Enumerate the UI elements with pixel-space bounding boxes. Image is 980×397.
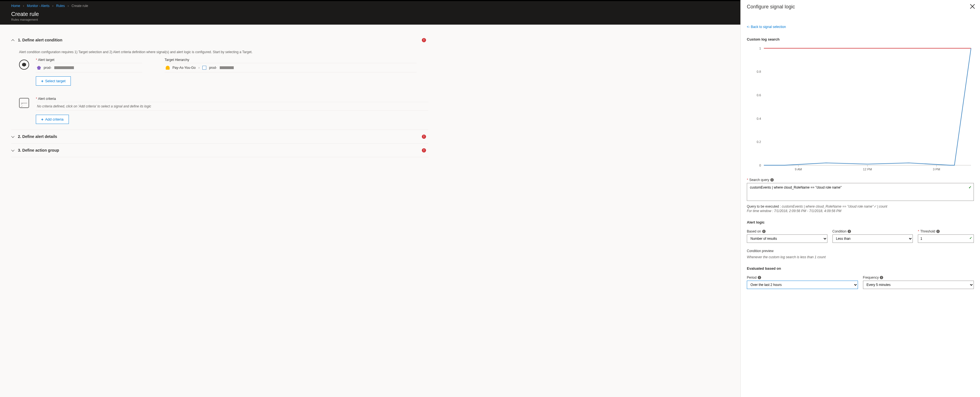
svg-text:1: 1 (759, 46, 761, 50)
breadcrumb: Home › Monitor - Alerts › Rules › Create… (0, 3, 740, 11)
frequency-select[interactable]: Every 5 minutes (863, 281, 974, 289)
condition-label: Condition i (832, 229, 913, 233)
svg-text:0.6: 0.6 (757, 94, 761, 97)
resource-icon (37, 66, 41, 70)
check-icon: ✓ (969, 185, 972, 189)
period-select[interactable]: Over the last 2 hours (747, 281, 858, 289)
alert-logic-heading: Alert logic (747, 220, 974, 224)
section-header-action-group[interactable]: 3. Define action group ! (11, 146, 428, 154)
threshold-label: *Threshold i (918, 229, 974, 233)
breadcrumb-monitor-alerts[interactable]: Monitor - Alerts (27, 4, 49, 8)
svg-text:0.4: 0.4 (757, 117, 761, 120)
svg-text:0.8: 0.8 (757, 70, 761, 73)
chevron-down-icon (11, 135, 14, 138)
configure-signal-panel: Configure signal logic <- Back to signal… (740, 0, 980, 397)
condition-preview: Condition preview Whenever the custom lo… (747, 249, 974, 259)
svg-text:12 PM: 12 PM (863, 168, 872, 171)
section-alert-details: 2. Define alert details ! (11, 130, 428, 143)
info-icon[interactable]: i (770, 178, 774, 181)
svg-text:9 AM: 9 AM (795, 168, 802, 171)
info-icon[interactable]: i (762, 230, 765, 233)
alert-target-value: prod- (36, 63, 142, 73)
alert-target-label: *Alert target (36, 58, 142, 62)
breadcrumb-current: Create rule (72, 4, 88, 8)
page-subtitle: Rules management (11, 18, 729, 21)
section-intro: Alert condition configuration requires 1… (19, 50, 428, 54)
add-criteria-button[interactable]: + Add criteria (36, 115, 69, 124)
target-hierarchy-label: Target Hierarchy (165, 58, 417, 62)
period-label: Period i (747, 276, 858, 279)
chevron-right-icon: › (23, 4, 24, 8)
hierarchy-leaf: prod- (209, 66, 217, 70)
error-badge-icon: ! (422, 38, 426, 42)
chevron-down-icon (11, 149, 14, 152)
condition-preview-heading: Condition preview (747, 249, 974, 253)
based-on-select[interactable]: Number of results (747, 235, 827, 243)
evaluated-heading: Evaluated based on (747, 266, 974, 270)
chevron-up-icon (11, 38, 14, 42)
section-title: 2. Define alert details (18, 134, 57, 139)
select-target-button[interactable]: + Select target (36, 76, 71, 86)
threshold-input[interactable] (918, 235, 974, 243)
criteria-icon (19, 98, 29, 108)
svg-text:3 PM: 3 PM (933, 168, 940, 171)
query-executed-note: Query to be executed : customEvents | wh… (747, 205, 974, 208)
content: 1. Define alert condition ! Alert condit… (0, 25, 740, 166)
info-icon[interactable]: i (758, 276, 761, 279)
info-icon[interactable]: i (848, 230, 851, 233)
hierarchy-subscription: Pay-As-You-Go (172, 66, 196, 70)
search-query-label: *Search query i (747, 178, 974, 182)
chevron-right-icon: › (67, 4, 68, 8)
back-to-signal-selection-link[interactable]: <- Back to signal selection (747, 25, 974, 29)
based-on-label: Based on i (747, 229, 827, 233)
chevron-right-icon: › (199, 66, 200, 70)
resource-group-icon (202, 66, 206, 70)
breadcrumb-home[interactable]: Home (11, 4, 20, 8)
target-hierarchy-value: Pay-As-You-Go › prod- (165, 63, 417, 73)
section-header-alert-details[interactable]: 2. Define alert details ! (11, 133, 428, 140)
error-badge-icon: ! (422, 135, 426, 139)
condition-select[interactable]: Less than (832, 235, 913, 243)
check-icon: ✓ (969, 236, 972, 240)
chevron-right-icon: › (52, 4, 54, 8)
signal-name: Custom log search (747, 37, 974, 41)
breadcrumb-rules[interactable]: Rules (56, 4, 65, 8)
time-window-note: For time window : 7/1/2018, 2:09:56 PM -… (747, 209, 974, 213)
criteria-empty-message: No criteria defined, click on 'Add crite… (36, 102, 428, 111)
plus-icon: + (41, 118, 43, 121)
alert-criteria-label: *Alert criteria (36, 97, 428, 101)
section-title: 3. Define action group (18, 148, 59, 152)
section-header-alert-condition[interactable]: 1. Define alert condition ! (11, 36, 428, 44)
top-bar: Home › Monitor - Alerts › Rules › Create… (0, 0, 740, 25)
main-pane: Home › Monitor - Alerts › Rules › Create… (0, 0, 740, 397)
info-icon[interactable]: i (936, 230, 940, 233)
svg-text:0.2: 0.2 (757, 140, 761, 143)
alert-target-text: prod- (44, 66, 51, 70)
svg-text:0: 0 (759, 164, 761, 167)
redacted-text (54, 66, 74, 69)
error-badge-icon: ! (422, 148, 426, 152)
close-icon[interactable] (969, 3, 975, 10)
plus-icon: + (41, 79, 43, 83)
target-icon (19, 60, 29, 70)
condition-preview-text: Whenever the custom log search is less t… (747, 255, 974, 259)
section-alert-condition: 1. Define alert condition ! Alert condit… (11, 33, 428, 130)
frequency-label: Frequency i (863, 276, 974, 279)
page-title: Create rule (11, 11, 729, 17)
redacted-text (220, 66, 234, 69)
subscription-icon (166, 66, 170, 70)
panel-title: Configure signal logic (747, 4, 974, 10)
info-icon[interactable]: i (880, 276, 883, 279)
search-query-input[interactable] (747, 183, 974, 201)
section-action-group: 3. Define action group ! (11, 143, 428, 157)
signal-chart: 00.20.40.60.819 AM12 PM3 PM (747, 45, 974, 174)
section-title: 1. Define alert condition (18, 38, 62, 42)
